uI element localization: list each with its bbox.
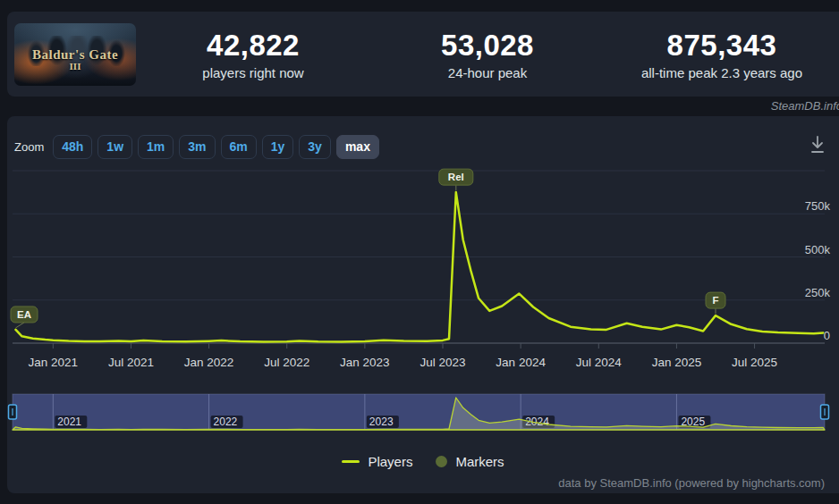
y-axis-label: 750k — [805, 199, 831, 213]
x-axis-label: Jul 2021 — [108, 356, 154, 369]
zoom-range-max[interactable]: max — [336, 135, 379, 159]
game-logo: Baldur's Gate III — [14, 48, 136, 72]
x-axis-label: Jan 2021 — [29, 356, 79, 369]
stat-24h-peak-value: 53,028 — [370, 29, 605, 63]
player-count-chart[interactable]: 0250k500k750kJan 2021Jul 2021Jan 2022Jul… — [7, 159, 839, 436]
chart-legend: PlayersMarkers — [7, 451, 839, 471]
legend-item-players[interactable]: Players — [342, 454, 412, 469]
legend-swatch-markers — [436, 456, 447, 467]
legend-swatch-players — [342, 460, 360, 463]
zoom-range-6m[interactable]: 6m — [221, 135, 257, 159]
download-icon — [809, 135, 826, 155]
game-header-card: Baldur's Gate III 42,822 players right n… — [7, 12, 839, 97]
game-capsule-image[interactable]: Baldur's Gate III — [14, 23, 136, 86]
zoom-range-3m[interactable]: 3m — [179, 135, 215, 159]
stat-players-now-label: players right now — [136, 65, 370, 80]
x-axis-label: Jul 2025 — [732, 356, 777, 369]
x-axis-label: Jan 2024 — [496, 356, 546, 369]
chart-credit: data by SteamDB.info (powered by highcha… — [7, 476, 839, 490]
x-axis-label: Jan 2023 — [340, 356, 390, 369]
legend-item-markers[interactable]: Markers — [436, 454, 504, 469]
game-logo-title: Baldur's Gate — [14, 48, 136, 63]
zoom-range-1y[interactable]: 1y — [262, 135, 294, 159]
stat-players-now: 42,822 players right now — [136, 29, 370, 80]
zoom-label: Zoom — [14, 140, 44, 154]
zoom-range-48h[interactable]: 48h — [53, 135, 92, 159]
marker-connector — [15, 323, 24, 328]
chart-toolbar: Zoom 48h1w1m3m6m1y3ymax — [7, 116, 839, 159]
marker-badge-label: Rel — [448, 172, 464, 182]
y-axis-label: 250k — [805, 286, 831, 299]
x-axis-label: Jan 2022 — [184, 356, 234, 369]
download-chart-button[interactable] — [809, 135, 826, 158]
chart-card: Zoom 48h1w1m3m6m1y3ymax 0250k500k750kJan… — [7, 116, 839, 493]
x-axis-label: Jul 2023 — [420, 356, 465, 369]
player-stats: 42,822 players right now 53,028 24-hour … — [136, 29, 839, 80]
game-logo-numeral: III — [14, 62, 136, 72]
y-axis-label: 500k — [805, 243, 831, 256]
legend-label: Players — [368, 454, 412, 469]
stat-all-time-peak-label: all-time peak 2.3 years ago — [605, 65, 839, 80]
players-series-line[interactable] — [16, 192, 824, 341]
zoom-range-1m[interactable]: 1m — [138, 135, 174, 159]
steamdb-watermark: SteamDB.info — [0, 97, 839, 116]
navigator-year-label: 2023 — [369, 416, 394, 428]
x-axis-label: Jul 2022 — [264, 356, 309, 369]
stat-24h-peak-label: 24-hour peak — [370, 65, 605, 80]
zoom-range-1w[interactable]: 1w — [97, 135, 132, 159]
zoom-range-buttons: 48h1w1m3m6m1y3ymax — [53, 135, 385, 159]
zoom-range-3y[interactable]: 3y — [299, 135, 331, 159]
stat-players-now-value: 42,822 — [136, 29, 370, 63]
legend-label: Markers — [455, 454, 504, 469]
y-axis-label: 0 — [824, 329, 830, 342]
marker-badge-label: F — [712, 295, 718, 306]
stat-all-time-peak: 875,343 all-time peak 2.3 years ago — [605, 29, 839, 80]
stat-all-time-peak-value: 875,343 — [605, 29, 839, 63]
navigator-year-label: 2021 — [57, 416, 81, 428]
x-axis-label: Jan 2025 — [652, 356, 702, 369]
stat-24h-peak: 53,028 24-hour peak — [370, 29, 605, 80]
marker-badge-label: EA — [17, 309, 31, 320]
navigator-year-label: 2022 — [214, 416, 238, 428]
x-axis-label: Jul 2024 — [576, 356, 623, 369]
